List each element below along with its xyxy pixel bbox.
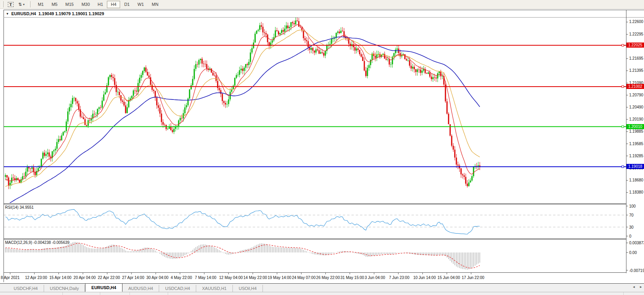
toolbar: T ⇅ ▾ M1M5M15M30H1H4D1W1MN <box>0 0 644 9</box>
price-level-badge: 1.21002 <box>626 84 644 89</box>
price-axis-label: 1.22600 <box>629 20 643 24</box>
status-divider <box>168 292 168 295</box>
time-axis-label: 31 May 15:00 <box>341 275 364 280</box>
status-divider <box>100 292 100 295</box>
price-axis-label: 1.20490 <box>629 105 643 109</box>
text-tool-icon: T <box>8 2 14 7</box>
timeframe-toolbar: M1M5M15M30H1H4D1W1MN <box>34 1 162 8</box>
tab-scroll-left-button[interactable]: ◄ <box>632 285 635 289</box>
time-axis-label: 7 Jun 23:00 <box>389 275 409 280</box>
price-level-badge: 1.19018 <box>626 164 644 169</box>
price-axis-label: 1.20790 <box>629 93 643 97</box>
rsi-indicator-label: RSI(14) 34.9551 <box>5 205 34 210</box>
price-axis-label: 1.22295 <box>629 32 643 36</box>
status-divider <box>130 292 130 295</box>
time-axis-label: 26 May 22:00 <box>316 275 340 280</box>
toolbar-grip[interactable] <box>2 1 4 7</box>
ma-slow-line <box>5 37 480 206</box>
rsi-axis-label: 0 <box>629 234 632 238</box>
chart-title-row: ▼ EURUSD,H4 1.19049 1.19079 1.19001 1.19… <box>6 11 104 16</box>
line-handle <box>622 126 624 128</box>
timeframe-button-m15[interactable]: M15 <box>61 1 77 8</box>
time-axis-label: 17 Jun 22:00 <box>462 275 484 280</box>
time-axis-label: 24 May 07:00 <box>292 275 316 280</box>
rsi-axis-label: 100 <box>629 204 636 208</box>
price-axis-label: 1.19585 <box>629 142 643 146</box>
timeframe-button-h1[interactable]: H1 <box>94 1 107 8</box>
time-axis-label: 30 Apr 04:00 <box>146 275 169 280</box>
time-axis-label: 22 Apr 22:00 <box>98 275 120 280</box>
rsi-layer <box>5 210 480 234</box>
chart-tab-xauusd[interactable]: XAUUSD,H1 <box>196 285 233 292</box>
toolbar-grip[interactable] <box>29 1 30 7</box>
time-axis-label: 20 Apr 04:00 <box>74 275 96 280</box>
chart-tab-eurusd[interactable]: EURUSD,H4 <box>85 283 122 292</box>
time-axis-label: 19 May 14:00 <box>268 275 291 280</box>
chart-tab-usoil[interactable]: USOil,H4 <box>233 285 263 292</box>
macd-indicator-label: MACD(12,26,9) -0.004238 -0.005639 <box>5 240 69 245</box>
chart-tab-usdcnh[interactable]: USDCNH,Daily <box>44 285 85 292</box>
price-axis-label: 1.18680 <box>629 178 643 182</box>
line-handle <box>622 85 624 87</box>
price-level-badge: 1.20010 <box>626 124 644 129</box>
line-handle <box>622 166 624 168</box>
chart-tab-usdcad[interactable]: USDCAD,H4 <box>159 285 196 292</box>
time-axis-label: 12 Apr 23:00 <box>25 275 47 280</box>
price-axis-label: 1.21395 <box>629 68 643 73</box>
text-tool-button[interactable]: T <box>5 1 16 8</box>
price-axis-label: 1.21695 <box>629 56 643 60</box>
rsi-line <box>5 210 480 234</box>
time-axis-label: 15 Apr 14:00 <box>49 275 71 280</box>
time-axis-label: 8 Apr 2021 <box>1 275 20 280</box>
chevron-down-icon: ▾ <box>23 3 25 6</box>
price-level-badge: 1.22025 <box>626 43 644 48</box>
time-axis-label: 27 Apr 14:00 <box>122 275 144 280</box>
arrows-icon: ⇅ <box>18 2 22 7</box>
time-axis-label: 3 Jun 04:00 <box>365 275 385 280</box>
time-axis-label: 10 Jun 14:00 <box>413 275 436 280</box>
price-axis-label: 1.18380 <box>629 190 643 194</box>
collapse-triangle-icon[interactable]: ▼ <box>6 12 9 16</box>
status-divider <box>62 292 63 295</box>
timeframe-button-d1[interactable]: D1 <box>120 1 133 8</box>
line-handle <box>622 44 624 46</box>
cursor-tool-button[interactable]: ⇅ ▾ <box>16 1 27 8</box>
status-divider <box>623 292 624 295</box>
time-axis-label: 14 May 22:00 <box>243 275 267 280</box>
price-axis-label: 1.19885 <box>629 129 643 133</box>
timeframe-button-mn[interactable]: MN <box>148 1 162 8</box>
tab-scroll-right-button[interactable]: ► <box>639 285 642 289</box>
macd-layer <box>5 242 480 270</box>
ma-medium-line <box>5 30 480 187</box>
timeframe-button-h4[interactable]: H4 <box>107 1 120 8</box>
chart-title: EURUSD,H4 1.19049 1.19079 1.19001 1.1902… <box>11 11 104 16</box>
macd-axis-label: 0.00 <box>629 251 637 255</box>
ma-fast-line <box>5 25 480 181</box>
status-bar <box>0 292 644 295</box>
macd-signal-line <box>5 243 480 268</box>
price-axis-label: 1.19285 <box>629 154 643 158</box>
time-axis-label: 4 May 22:00 <box>170 275 192 280</box>
timeframe-button-m5[interactable]: M5 <box>48 1 61 8</box>
time-axis-label: 7 May 14:00 <box>195 275 216 280</box>
timeframe-button-m30[interactable]: M30 <box>78 1 94 8</box>
trading-app: T ⇅ ▾ M1M5M15M30H1H4D1W1MN ▼ EURUSD,H4 1… <box>0 0 644 295</box>
macd-axis-label: 0.003873 <box>629 241 644 245</box>
price-axis-label: 1.20190 <box>629 117 643 121</box>
time-axis-label: 12 May 04:00 <box>219 275 243 280</box>
macd-axis-label: -0.00719 <box>629 268 644 273</box>
rsi-axis-label: 30 <box>629 225 633 229</box>
rsi-axis-label: 70 <box>629 213 633 217</box>
time-axis-label: 15 Jun 04:00 <box>438 275 460 280</box>
chart-canvas[interactable] <box>0 0 644 295</box>
chart-tab-usdchf[interactable]: USDCHF,H4 <box>8 285 44 292</box>
chart-tab-audusd[interactable]: AUDUSD,H4 <box>122 285 160 292</box>
symbol-tab-bar: USDCHF,H4USDCNH,DailyEURUSD,H4AUDUSD,H4U… <box>0 283 644 292</box>
timeframe-button-w1[interactable]: W1 <box>133 1 148 8</box>
timeframe-button-m1[interactable]: M1 <box>34 1 48 8</box>
